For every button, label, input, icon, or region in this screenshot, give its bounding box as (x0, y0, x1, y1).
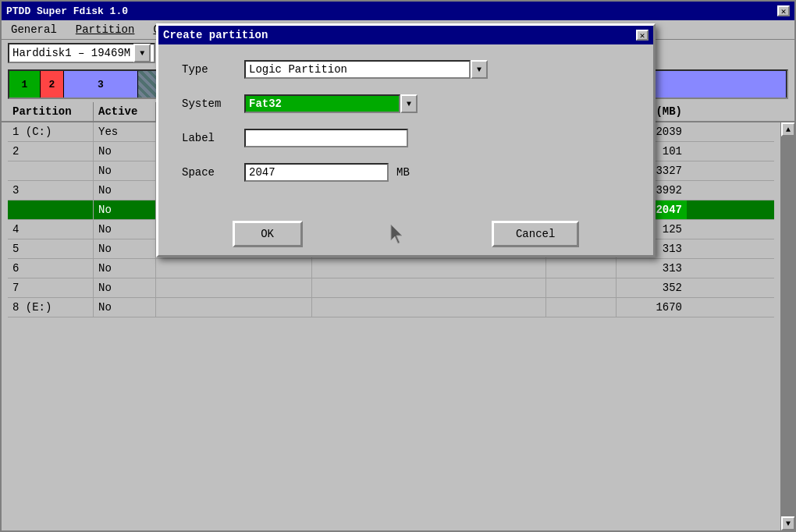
td-start (546, 278, 617, 297)
disk-label: Harddisk1 – 19469M (12, 47, 133, 59)
td-active: No (94, 298, 156, 317)
window-close-button[interactable]: ✕ (777, 5, 790, 16)
part-seg-1: 1 (9, 71, 41, 98)
td-label (312, 278, 546, 297)
td-space: 1670 (617, 298, 687, 317)
create-partition-dialog: Create partition ✕ Type ▼ System (156, 23, 656, 257)
td-label (312, 259, 546, 278)
part-seg-2: 2 (41, 71, 64, 98)
td-partition (8, 161, 94, 180)
table-row: 8 (E:) No 1670 (8, 298, 774, 317)
scroll-track[interactable] (781, 137, 794, 516)
td-active: No (94, 200, 156, 219)
td-system (156, 298, 312, 317)
menu-partition[interactable]: Partition (73, 23, 138, 37)
title-bar: PTDD Super Fdisk 1.0 ✕ (2, 2, 794, 20)
system-dropdown-button[interactable]: ▼ (400, 94, 418, 113)
cancel-button[interactable]: Cancel (492, 221, 579, 247)
part-seg-3: 3 (64, 71, 138, 98)
space-control: MB (244, 163, 410, 182)
td-active: No (94, 220, 156, 239)
cursor-placeholder (388, 221, 407, 247)
td-partition: 8 (E:) (8, 298, 94, 317)
td-active: No (94, 161, 156, 180)
td-system (156, 278, 312, 297)
td-partition: 4 (8, 220, 94, 239)
dialog-title: Create partition (163, 29, 268, 41)
main-window: PTDD Super Fdisk 1.0 ✕ General Partition… (0, 0, 796, 532)
td-active: No (94, 278, 156, 297)
form-row-label: Label (182, 129, 630, 147)
td-space: 313 (617, 259, 687, 278)
type-label: Type (182, 63, 244, 76)
scroll-down-button[interactable]: ▼ (781, 516, 794, 530)
space-unit: MB (396, 166, 410, 179)
td-active: No (94, 239, 156, 258)
td-partition: 3 (8, 181, 94, 200)
menu-general[interactable]: General (8, 23, 60, 37)
table-row: 6 No 313 (8, 259, 774, 278)
td-label (312, 298, 546, 317)
td-partition (8, 200, 94, 219)
td-active: No (94, 142, 156, 161)
system-label: System (182, 98, 244, 110)
td-active: Yes (94, 122, 156, 141)
space-label: Space (182, 166, 244, 179)
dialog-content: Type ▼ System ▼ Label (158, 44, 653, 213)
td-active: No (94, 259, 156, 278)
scroll-up-button[interactable]: ▲ (781, 122, 794, 137)
type-control: ▼ (244, 60, 488, 79)
dialog-title-bar: Create partition ✕ (158, 26, 653, 44)
td-partition: 5 (8, 239, 94, 258)
scrollbar: ▲ ▼ (780, 122, 794, 530)
col-header-active: Active (94, 102, 156, 121)
td-start (546, 298, 617, 317)
cursor-icon (388, 223, 407, 245)
dialog-close-button[interactable]: ✕ (636, 30, 649, 41)
td-partition: 7 (8, 278, 94, 297)
form-row-system: System ▼ (182, 94, 630, 113)
type-dropdown-button[interactable]: ▼ (471, 60, 488, 79)
window-title: PTDD Super Fdisk 1.0 (6, 5, 128, 17)
table-row: 7 No 352 (8, 278, 774, 298)
td-partition: 6 (8, 259, 94, 278)
disk-dropdown-button[interactable]: ▼ (133, 44, 151, 62)
label-input[interactable] (244, 129, 408, 147)
form-row-space: Space MB (182, 163, 630, 182)
label-control (244, 129, 408, 147)
system-control: ▼ (244, 94, 418, 113)
space-input[interactable] (244, 163, 389, 182)
dialog-buttons: OK Cancel (158, 213, 653, 255)
td-active: No (94, 181, 156, 200)
form-row-type: Type ▼ (182, 60, 630, 79)
td-start (546, 259, 617, 278)
td-partition: 1 (C:) (8, 122, 94, 141)
type-input[interactable] (244, 60, 471, 79)
col-header-partition: Partition (8, 102, 94, 121)
label-label: Label (182, 132, 244, 144)
td-system (156, 259, 312, 278)
td-partition: 2 (8, 142, 94, 161)
ok-button[interactable]: OK (233, 221, 303, 247)
td-space: 352 (617, 278, 687, 297)
system-input[interactable] (244, 94, 400, 113)
svg-marker-0 (391, 225, 402, 243)
